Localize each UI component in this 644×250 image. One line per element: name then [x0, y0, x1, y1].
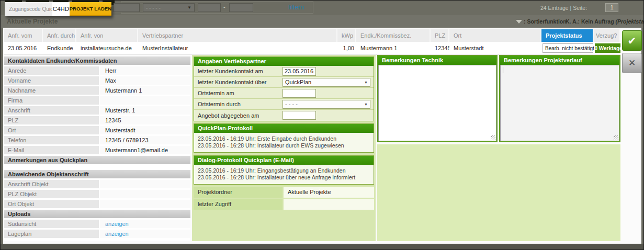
row-anfr-vom: 23.05.2016	[4, 42, 43, 54]
col-anfr-vom[interactable]: Anfr. vom	[4, 29, 43, 42]
filter-range-from-input[interactable]	[198, 3, 221, 12]
field-label: Ort Objekt	[4, 200, 99, 208]
field-label: Anschrift Objekt	[4, 180, 99, 188]
entries-count-label: 24 Einträge | Seite:	[540, 5, 587, 11]
field-label: PLZ Objekt	[4, 190, 99, 198]
projektordner-value: Aktuelle Projekte	[284, 187, 374, 198]
col-projektstatus[interactable]: Projektstatus	[541, 29, 594, 42]
field-label: PLZ	[4, 116, 99, 124]
field-label: Anrede	[4, 66, 99, 75]
projektordner-row: Projektordner Aktuelle Projekte	[194, 187, 374, 198]
field-label: Anschrift	[4, 106, 99, 115]
confirm-button[interactable]: ✔	[622, 30, 642, 51]
row-verzug-cell: 0 Werktage	[594, 42, 620, 54]
projektverlauf-header: Bemerkungen Projektverlauf	[500, 56, 619, 65]
dialog-log-header: Dialog-Protokoll Quickplan (E-Mail)	[194, 156, 374, 165]
col-kwp[interactable]: kWp	[337, 29, 356, 42]
technik-header: Bemerkungen Technik	[378, 56, 496, 65]
log-line: 23.05.2016 - 16:28 Uhr: Installateur dur…	[198, 142, 370, 149]
field-email: E-Mail Mustermann1@email.de	[4, 146, 190, 154]
ortstermin-am-input[interactable]	[283, 89, 316, 98]
col-vertriebspartner[interactable]: Vertriebspartner	[138, 29, 337, 42]
filtern-link[interactable]: filtern	[288, 4, 304, 11]
select-value: - - - -	[285, 101, 298, 107]
ortstermin-durch-select[interactable]: - - - - ▼	[283, 100, 370, 109]
verzug-badge: 0 Werktage	[595, 43, 620, 53]
field-label: Ort	[4, 126, 99, 134]
vendor-row-kontakt-am: letzter Kundenkontakt am	[194, 66, 374, 77]
filter-input-hidden[interactable]	[114, 3, 140, 12]
field-anschrift-objekt: Anschrift Objekt	[4, 180, 190, 188]
page-number-box[interactable]: 1	[605, 3, 618, 12]
field-label: Nachname	[4, 86, 99, 95]
kundenkontakt-am-input[interactable]	[283, 67, 316, 76]
letzter-zugriff-value	[284, 199, 374, 210]
col-plz[interactable]: PLZ	[431, 29, 449, 42]
field-telefon: Telefon 12345 / 6789123	[4, 136, 190, 144]
row-anfr-durch: Endkunde	[43, 42, 76, 54]
quickplan-log-header: QuickPlan-Protokoll	[194, 124, 374, 133]
upload-suedansicht: Südansicht anzeigen	[4, 220, 190, 228]
table-row[interactable]: 23.05.2016 Endkunde installateursuche.de…	[4, 42, 620, 55]
app-window: - - - - - ▼ - filtern 24 Einträge | Seit…	[0, 0, 644, 250]
row-anfr-von: installateursuche.de	[76, 42, 138, 54]
log-line: 23.05.2016 - 16:28 Uhr: Installateur übe…	[198, 174, 370, 181]
log-line: 23.05.2016 - 16:19 Uhr: Eingangsbestätig…	[198, 167, 370, 174]
projektverlauf-panel: Bemerkungen Projektverlauf	[499, 55, 620, 142]
check-icon: ✔	[628, 35, 637, 47]
field-value: Musterstadt	[100, 126, 190, 134]
anzeigen-link[interactable]: anzeigen	[105, 221, 129, 227]
resize-grip-icon[interactable]	[491, 135, 495, 140]
section-title: Aktuelle Projekte	[7, 18, 58, 25]
kundenkontakt-ueber-select[interactable]: QuickPlan ▼	[283, 78, 370, 87]
row-kwp: 1,00	[337, 42, 356, 54]
vendor-section-header: Angaben Vertiebspartner	[194, 57, 374, 66]
field-value: 12345 / 6789123	[100, 136, 190, 144]
access-code-value[interactable]: C4HD	[52, 2, 70, 16]
projektverlauf-textarea[interactable]	[500, 65, 619, 141]
status-legend-text: K. A.: Kein Auftrag	[566, 18, 614, 25]
field-label: Vorname	[4, 76, 99, 85]
upload-lageplan: Lageplan anzeigen	[4, 230, 190, 238]
anzeigen-link[interactable]: anzeigen	[105, 231, 129, 237]
field-value: Musterstr. 1	[100, 106, 190, 115]
chevron-down-icon: ▼	[187, 5, 191, 10]
vendor-section: Angaben Vertiebspartner letzter Kundenko…	[194, 56, 374, 121]
vendor-label: Ortstermin am	[198, 90, 283, 96]
col-anfr-von[interactable]: Anfr. von	[76, 29, 138, 42]
vendor-row-ortstermin-am: Ortstermin am	[194, 88, 374, 99]
col-ort[interactable]: Ort	[449, 29, 541, 42]
field-label: Telefon	[4, 136, 99, 144]
col-anfr-durch[interactable]: Anfr. durch	[43, 29, 76, 42]
field-value: 12345	[100, 116, 190, 124]
vendor-label: Angebot abgegeben am	[198, 112, 283, 119]
angebot-abgegeben-input[interactable]	[283, 111, 316, 120]
remarks-footer-area	[377, 144, 620, 241]
vendor-row-angebot: Angebot abgegeben am	[194, 110, 374, 121]
dialog-log-body: 23.05.2016 - 16:19 Uhr: Eingangsbestätig…	[194, 165, 374, 184]
upload-label: Lageplan	[4, 230, 99, 238]
filter-range-to-input[interactable]	[229, 3, 253, 12]
row-plz: 12345	[431, 42, 449, 54]
object-address-header: Abweichende Objektanschrift	[4, 170, 190, 178]
filter-select[interactable]: - - - - - ▼	[143, 3, 195, 12]
field-value	[100, 200, 190, 208]
field-value	[100, 190, 190, 198]
row-projektstatus-cell: Bearb. nicht bestätigt ▼	[541, 42, 594, 54]
status-legend: K. A.: Kein Auftrag (Projektstatus)	[566, 18, 644, 25]
vendor-label: letzter Kundenkontakt über	[198, 79, 283, 85]
projektstatus-select[interactable]: Bearb. nicht bestätigt ▼	[543, 43, 593, 53]
technik-textarea[interactable]	[378, 65, 496, 141]
log-line: 23.05.2016 - 16:19 Uhr: Erste Eingabe du…	[198, 135, 370, 142]
col-endk-kommissbez[interactable]: Endk./Kommissbez.	[356, 29, 431, 42]
field-plz-objekt: PLZ Objekt	[4, 190, 190, 198]
access-code-label: Zugangscode Quickplan	[5, 2, 52, 16]
field-vorname: Vorname Max	[4, 76, 190, 85]
resize-grip-icon[interactable]	[614, 135, 618, 140]
field-ort: Ort Musterstadt	[4, 126, 190, 134]
col-verzug[interactable]: Verzug?	[594, 29, 620, 42]
projektordner-label: Projektordner	[194, 187, 283, 198]
projekt-laden-button[interactable]: PROJEKT LADEN	[70, 2, 111, 16]
close-button[interactable]: ✕	[622, 53, 642, 73]
section-bar: Aktuelle Projekte : Sortierfunktion K. A…	[1, 15, 643, 28]
